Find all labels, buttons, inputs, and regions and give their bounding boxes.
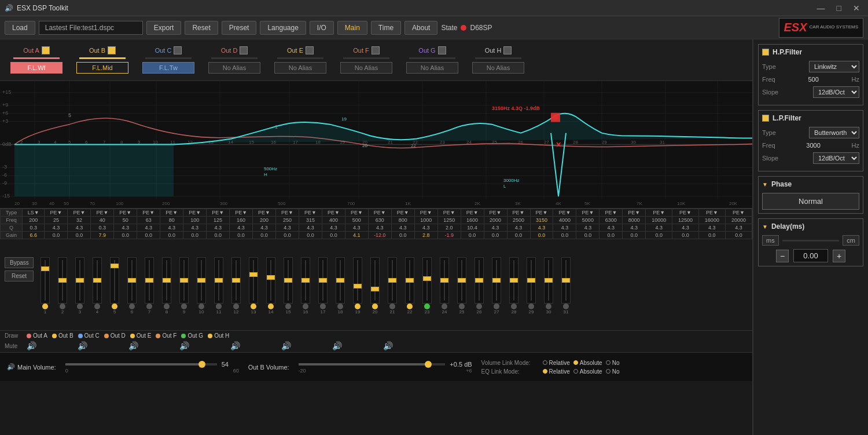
band-freq-26[interactable]: 6300	[599, 217, 623, 224]
band-type-24[interactable]: PE▼	[553, 209, 576, 217]
band-freq-5[interactable]: 50	[114, 217, 137, 224]
band-type-21[interactable]: PE▼	[484, 209, 507, 217]
band-gain-13[interactable]: 0.0	[299, 232, 322, 239]
band-type-29[interactable]: PE▼	[672, 209, 699, 217]
band-type-26[interactable]: PE▼	[599, 209, 623, 217]
band-q-27[interactable]: 4.3	[623, 224, 646, 232]
fader-19[interactable]	[353, 257, 362, 304]
fader-thumb-25[interactable]	[458, 278, 466, 283]
lp-slope-select[interactable]: 12dB/Oct 24dB/Oct	[813, 152, 859, 164]
fader-thumb-22[interactable]	[406, 278, 414, 283]
fader-23[interactable]	[422, 257, 432, 304]
band-freq-31[interactable]: 20000	[725, 217, 752, 224]
band-q-15[interactable]: 4.3	[345, 224, 368, 232]
channel-b-button[interactable]: F.L.Mid	[76, 62, 128, 74]
delay-slider[interactable]	[782, 240, 840, 242]
fader-27[interactable]	[492, 257, 501, 304]
channel-d-button[interactable]: No Alias	[208, 62, 260, 74]
band-freq-25[interactable]: 5000	[576, 217, 599, 224]
volume-link-absolute[interactable]: Absolute	[573, 360, 602, 366]
fader-dot-20[interactable]	[372, 304, 378, 309]
band-freq-9[interactable]: 125	[207, 217, 230, 224]
fader-1[interactable]	[41, 257, 50, 304]
band-q-9[interactable]: 4.3	[207, 224, 230, 232]
band-freq-20[interactable]: 1600	[461, 217, 484, 224]
fader-dot-13[interactable]	[251, 304, 256, 309]
fader-dot-30[interactable]	[546, 304, 551, 309]
fader-dot-9[interactable]	[181, 304, 187, 309]
delay-ms-button[interactable]: ms	[762, 235, 779, 246]
fader-dot-10[interactable]	[198, 304, 204, 309]
band-q-6[interactable]: 4.3	[137, 224, 160, 232]
about-button[interactable]: About	[404, 21, 437, 35]
draw-out-g[interactable]: Out G	[181, 332, 203, 339]
band-q-24[interactable]: 4.3	[553, 224, 576, 232]
fader-dot-27[interactable]	[494, 304, 499, 309]
hp-slope-select[interactable]: 12dB/Oct 24dB/Oct	[813, 86, 859, 98]
band-gain-9[interactable]: 0.0	[207, 232, 230, 239]
faders-reset-button[interactable]: Reset	[5, 270, 34, 282]
band-freq-7[interactable]: 80	[160, 217, 183, 224]
minimize-button[interactable]: —	[814, 2, 829, 14]
band-q-14[interactable]: 4.3	[322, 224, 345, 232]
band-gain-20[interactable]: 0.0	[461, 232, 484, 239]
reset-button[interactable]: Reset	[185, 21, 218, 35]
fader-dot-16[interactable]	[303, 304, 308, 309]
band-type-17[interactable]: PE▼	[391, 209, 414, 217]
band-q-5[interactable]: 4.3	[114, 224, 137, 232]
mute-f[interactable]: 🔊	[281, 341, 291, 350]
channel-e-button[interactable]: No Alias	[274, 62, 326, 74]
band-q-21[interactable]: 4.3	[484, 224, 507, 232]
band-freq-22[interactable]: 2500	[507, 217, 530, 224]
band-q-31[interactable]: 4.3	[725, 224, 752, 232]
band-type-12[interactable]: PE▼	[276, 209, 299, 217]
band-q-11[interactable]: 4.3	[253, 224, 276, 232]
bypass-button[interactable]: Bypass	[5, 257, 34, 268]
band-gain-24[interactable]: 0.0	[553, 232, 576, 239]
band-q-18[interactable]: 4.3	[414, 224, 437, 232]
fader-thumb-7[interactable]	[145, 278, 153, 283]
band-gain-3[interactable]: 0.0	[68, 232, 91, 239]
band-gain-25[interactable]: 0.0	[576, 232, 599, 239]
fader-dot-26[interactable]	[476, 304, 482, 309]
band-freq-28[interactable]: 10000	[646, 217, 672, 224]
band-q-7[interactable]: 4.3	[160, 224, 183, 232]
close-button[interactable]: ✕	[849, 2, 863, 14]
fader-dot-2[interactable]	[60, 304, 65, 309]
band-q-28[interactable]: 4.3	[646, 224, 672, 232]
band-type-3[interactable]: PE▼	[68, 209, 91, 217]
eq-graph-area[interactable]: +15 +9 +6 +3 0dB -3 -6 -9 -15 20 30 40 5…	[0, 81, 752, 209]
fader-dot-17[interactable]	[320, 304, 326, 309]
eq-link-no[interactable]: No	[606, 368, 620, 375]
band-gain-7[interactable]: 0.0	[160, 232, 183, 239]
band-freq-29[interactable]: 12500	[672, 217, 699, 224]
volume-link-no[interactable]: No	[606, 360, 620, 366]
channel-g-button[interactable]: No Alias	[406, 62, 458, 74]
band-q-1[interactable]: 0.3	[22, 224, 45, 232]
band-type-15[interactable]: PE▼	[345, 209, 368, 217]
main-volume-slider[interactable]	[65, 363, 217, 365]
band-freq-14[interactable]: 400	[322, 217, 345, 224]
mute-a[interactable]: 🔊	[27, 341, 36, 350]
fader-20[interactable]	[370, 257, 380, 304]
channel-a-checkbox[interactable]	[42, 46, 50, 54]
fader-5[interactable]	[110, 257, 119, 304]
band-gain-12[interactable]: 0.0	[276, 232, 299, 239]
band-gain-14[interactable]: 0.0	[322, 232, 345, 239]
delay-plus-button[interactable]: +	[833, 250, 845, 262]
band-freq-6[interactable]: 63	[137, 217, 160, 224]
band-gain-16[interactable]: -12.0	[368, 232, 391, 239]
band-type-14[interactable]: PE▼	[322, 209, 345, 217]
main-button[interactable]: Main	[337, 21, 367, 35]
fader-13[interactable]	[249, 257, 258, 304]
band-type-23[interactable]: PE▼	[530, 209, 553, 217]
fader-24[interactable]	[440, 257, 449, 304]
fader-thumb-5[interactable]	[111, 264, 119, 268]
volume-link-relative[interactable]: Relative	[543, 360, 570, 366]
fader-thumb-21[interactable]	[388, 278, 396, 283]
fader-thumb-1[interactable]	[41, 266, 49, 271]
draw-out-f[interactable]: Out F	[156, 332, 176, 339]
fader-15[interactable]	[284, 257, 293, 304]
fader-dot-3[interactable]	[77, 304, 83, 309]
outb-volume-thumb[interactable]	[425, 361, 432, 368]
